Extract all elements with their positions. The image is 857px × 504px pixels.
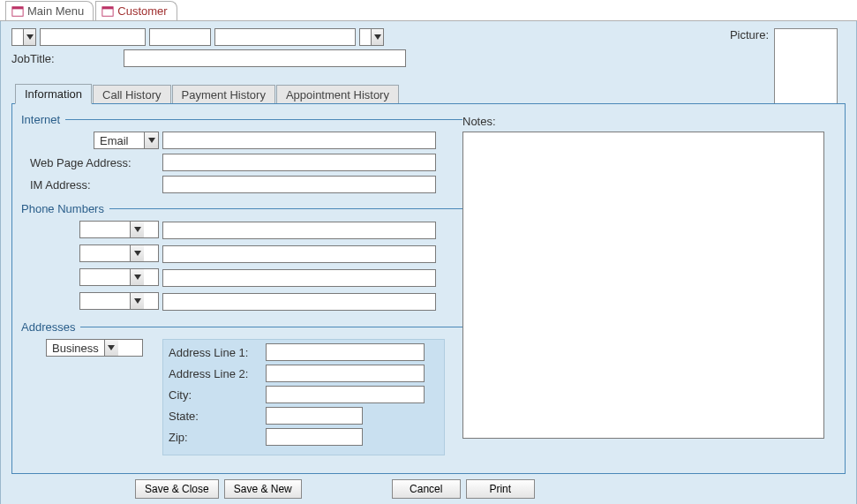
- suffix-combo[interactable]: [359, 28, 384, 46]
- phone-type-combo[interactable]: [79, 244, 159, 262]
- phone-type-combo[interactable]: [79, 221, 159, 238]
- chevron-down-icon[interactable]: [23, 29, 35, 45]
- chevron-down-icon[interactable]: [130, 245, 144, 261]
- document-tabstrip: Main Menu Customer: [0, 0, 857, 21]
- last-name-input[interactable]: [214, 28, 356, 46]
- phone-type-combo[interactable]: [79, 268, 159, 286]
- tab-customer[interactable]: Customer: [95, 1, 177, 20]
- phone-input[interactable]: [162, 293, 436, 311]
- zip-input[interactable]: [266, 428, 363, 446]
- phone-type-combo[interactable]: [79, 292, 159, 310]
- city-input[interactable]: [266, 386, 425, 403]
- customer-form: JobTitle: Picture: Information Call Hist…: [0, 21, 857, 504]
- form-icon: [11, 5, 24, 18]
- divider: [80, 327, 462, 327]
- zip-label: Zip:: [169, 431, 266, 444]
- chevron-down-icon[interactable]: [130, 293, 144, 309]
- button-bar: Save & Close Save & New Cancel Print: [135, 479, 846, 499]
- detail-tabstrip: Information Call History Payment History…: [15, 83, 846, 103]
- group-label: Addresses: [21, 320, 75, 334]
- address-line2-input[interactable]: [266, 365, 425, 382]
- tab-information-body: Internet Email Web Page Address:: [11, 103, 846, 474]
- tab-information[interactable]: Information: [15, 84, 92, 104]
- print-button[interactable]: Print: [466, 479, 535, 499]
- tab-appointment-history[interactable]: Appointment History: [276, 85, 399, 104]
- svg-rect-1: [12, 6, 23, 9]
- cancel-button[interactable]: Cancel: [392, 479, 461, 499]
- jobtitle-row: JobTitle:: [11, 49, 846, 67]
- tab-label: Main Menu: [27, 4, 84, 18]
- save-new-button[interactable]: Save & New: [224, 479, 302, 499]
- address-line1-input[interactable]: [266, 343, 425, 361]
- chevron-down-icon[interactable]: [371, 29, 383, 45]
- name-row: [11, 28, 846, 46]
- city-label: City:: [169, 388, 266, 402]
- webpage-input[interactable]: [162, 154, 436, 171]
- address-panel: Address Line 1: Address Line 2: City: St…: [162, 339, 445, 455]
- first-name-input[interactable]: [40, 28, 146, 46]
- form-icon: [101, 5, 114, 18]
- state-input[interactable]: [266, 407, 363, 425]
- group-label: Phone Numbers: [21, 202, 104, 215]
- notes-textarea[interactable]: [462, 132, 824, 439]
- notes-label: Notes:: [462, 115, 824, 128]
- picture-box[interactable]: [774, 28, 838, 108]
- chevron-down-icon[interactable]: [104, 340, 118, 356]
- tab-label: Customer: [117, 4, 167, 18]
- address-line1-label: Address Line 1:: [169, 346, 266, 359]
- im-label: IM Address:: [21, 178, 162, 192]
- state-label: State:: [169, 410, 266, 423]
- divider: [65, 119, 462, 120]
- picture-block: Picture:: [730, 28, 838, 108]
- chevron-down-icon[interactable]: [130, 269, 144, 285]
- tab-payment-history[interactable]: Payment History: [172, 85, 275, 104]
- internet-group: Internet Email Web Page Address:: [21, 113, 462, 193]
- notes-area: Notes:: [462, 115, 824, 441]
- phone-input[interactable]: [162, 222, 436, 239]
- addresses-group: Addresses Business Address Line 1: Addre…: [21, 320, 462, 455]
- address-line2-label: Address Line 2:: [169, 367, 266, 380]
- im-input[interactable]: [162, 176, 436, 193]
- jobtitle-label: JobTitle:: [11, 52, 55, 65]
- save-close-button[interactable]: Save & Close: [135, 479, 219, 499]
- tab-main-menu[interactable]: Main Menu: [5, 1, 94, 20]
- chevron-down-icon[interactable]: [144, 132, 158, 148]
- phone-group: Phone Numbers: [21, 202, 462, 312]
- jobtitle-input[interactable]: [124, 49, 406, 67]
- chevron-down-icon[interactable]: [130, 222, 144, 237]
- picture-label: Picture:: [730, 28, 769, 41]
- email-type-combo[interactable]: Email: [94, 132, 159, 149]
- svg-rect-3: [102, 6, 113, 9]
- divider: [109, 208, 462, 209]
- salutation-combo[interactable]: [11, 28, 36, 46]
- middle-name-input[interactable]: [149, 28, 211, 46]
- phone-input[interactable]: [162, 269, 436, 287]
- webpage-label: Web Page Address:: [21, 156, 162, 169]
- email-input[interactable]: [162, 132, 436, 149]
- group-label: Internet: [21, 113, 60, 126]
- address-type-combo[interactable]: Business: [46, 339, 143, 357]
- tab-call-history[interactable]: Call History: [93, 85, 170, 104]
- phone-input[interactable]: [162, 245, 436, 263]
